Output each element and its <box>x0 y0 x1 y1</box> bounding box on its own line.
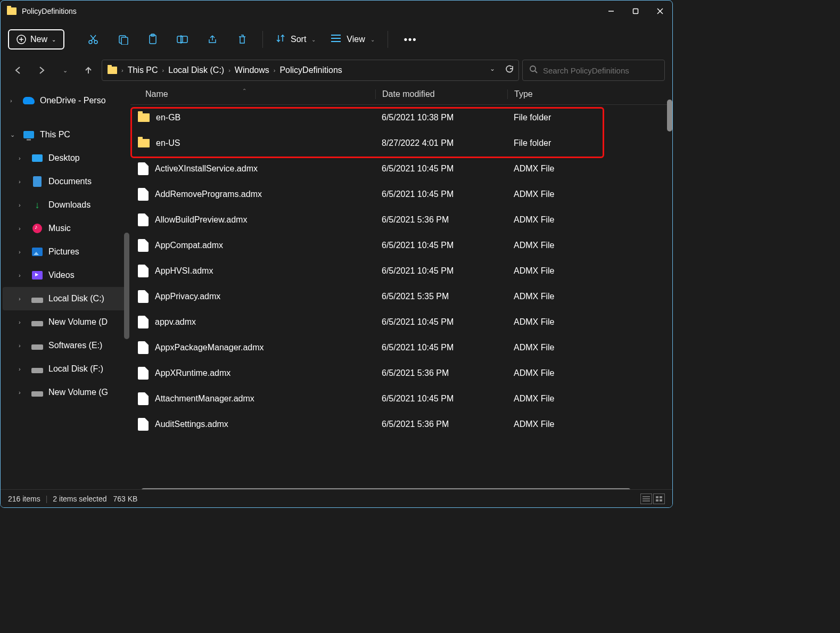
file-type: ADMX File <box>507 343 619 352</box>
plus-circle-icon <box>17 35 26 44</box>
sidebar-item-drive-d[interactable]: ›New Volume (D <box>3 310 128 334</box>
file-pane: Name⌃ Date modified Type en-GB6/5/2021 1… <box>130 84 672 494</box>
table-row[interactable]: AddRemovePrograms.admx6/5/2021 10:45 PMA… <box>130 182 672 207</box>
sidebar-item-onedrive[interactable]: ›OneDrive - Perso <box>3 89 128 112</box>
table-row[interactable]: ActiveXInstallService.admx6/5/2021 10:45… <box>130 156 672 182</box>
sidebar-item-drive-e[interactable]: ›Softwares (E:) <box>3 334 128 357</box>
crumb-thispc[interactable]: This PC <box>128 65 158 75</box>
chevron-right-icon: › <box>274 67 276 73</box>
sidebar-item-drive-g[interactable]: ›New Volume (G <box>3 381 128 404</box>
column-name[interactable]: Name⌃ <box>130 89 375 99</box>
sidebar-label: Videos <box>48 270 75 280</box>
back-button[interactable] <box>8 60 28 80</box>
file-icon <box>138 341 149 354</box>
up-button[interactable] <box>78 60 98 80</box>
sort-button[interactable]: Sort ⌄ <box>269 34 322 45</box>
file-date: 6/5/2021 10:45 PM <box>375 190 507 199</box>
delete-button[interactable] <box>228 29 256 50</box>
file-name: AllowBuildPreview.admx <box>155 215 247 225</box>
sidebar-label: Local Disk (C:) <box>48 294 104 303</box>
file-name: en-US <box>156 138 180 148</box>
file-date: 6/5/2021 5:35 PM <box>375 292 507 301</box>
chevron-right-icon: › <box>121 67 123 73</box>
sidebar-item-drive-c[interactable]: ›Local Disk (C:) <box>3 287 128 310</box>
sidebar-item-thispc[interactable]: ⌄This PC <box>3 123 128 146</box>
sidebar-item-music[interactable]: ›Music <box>3 217 128 240</box>
search-input[interactable] <box>543 66 658 75</box>
view-button[interactable]: View ⌄ <box>324 34 381 45</box>
table-row[interactable]: en-US8/27/2022 4:01 PMFile folder <box>130 130 672 156</box>
sidebar-label: New Volume (G <box>48 388 108 397</box>
forward-button[interactable] <box>31 60 52 80</box>
details-view-button[interactable] <box>640 494 652 504</box>
history-dropdown-icon[interactable]: ⌄ <box>490 65 495 76</box>
recent-button[interactable]: ⌄ <box>55 60 75 80</box>
sidebar-item-desktop[interactable]: ›Desktop <box>3 146 128 170</box>
svg-line-10 <box>91 35 96 41</box>
file-name: AppCompat.admx <box>155 241 223 250</box>
sidebar-item-videos[interactable]: ›Videos <box>3 264 128 287</box>
file-date: 8/27/2022 4:01 PM <box>375 138 507 148</box>
address-bar[interactable]: › This PC › Local Disk (C:) › Windows › … <box>102 60 519 81</box>
file-name: AppxPackageManager.admx <box>155 343 264 352</box>
sidebar-scrollbar[interactable] <box>124 233 129 339</box>
file-type: ADMX File <box>507 368 619 378</box>
share-button[interactable] <box>199 29 226 50</box>
refresh-button[interactable] <box>505 65 513 76</box>
file-date: 6/5/2021 10:45 PM <box>375 394 507 404</box>
table-row[interactable]: AppPrivacy.admx6/5/2021 5:35 PMADMX File <box>130 284 672 309</box>
file-icon <box>138 213 149 226</box>
table-row[interactable]: AttachmentManager.admx6/5/2021 10:45 PMA… <box>130 386 672 412</box>
svg-rect-26 <box>656 496 658 498</box>
file-name: en-GB <box>156 113 180 122</box>
svg-rect-16 <box>181 36 187 43</box>
rename-button[interactable] <box>169 29 196 50</box>
file-type: ADMX File <box>507 215 619 225</box>
table-row[interactable]: appv.admx6/5/2021 10:45 PMADMX File <box>130 309 672 335</box>
column-date[interactable]: Date modified <box>375 89 507 99</box>
new-button[interactable]: New ⌄ <box>8 29 64 50</box>
sidebar-item-documents[interactable]: ›Documents <box>3 170 128 193</box>
vertical-scrollbar[interactable] <box>667 100 672 131</box>
minimize-button[interactable] <box>599 1 623 22</box>
view-label: View <box>347 35 365 44</box>
separator <box>262 31 263 48</box>
sidebar-label: OneDrive - Perso <box>40 96 106 105</box>
table-row[interactable]: AllowBuildPreview.admx6/5/2021 5:36 PMAD… <box>130 207 672 233</box>
table-row[interactable]: AppHVSI.admx6/5/2021 10:45 PMADMX File <box>130 258 672 284</box>
svg-line-22 <box>535 71 537 73</box>
maximize-button[interactable] <box>623 1 648 22</box>
cut-button[interactable] <box>79 29 107 50</box>
table-row[interactable]: AppXRuntime.admx6/5/2021 5:36 PMADMX Fil… <box>130 360 672 386</box>
desktop-icon <box>32 154 43 162</box>
copy-button[interactable] <box>109 29 137 50</box>
videos-icon <box>32 271 43 279</box>
crumb-windows[interactable]: Windows <box>235 65 269 75</box>
window-title: PolicyDefinitions <box>22 7 599 15</box>
close-button[interactable] <box>648 1 672 22</box>
crumb-drive[interactable]: Local Disk (C:) <box>168 65 224 75</box>
more-button[interactable]: ••• <box>394 34 427 45</box>
search-box[interactable] <box>522 60 665 81</box>
file-type: ADMX File <box>507 164 619 174</box>
column-type[interactable]: Type <box>507 89 619 99</box>
table-row[interactable]: AuditSettings.admx6/5/2021 5:36 PMADMX F… <box>130 412 672 437</box>
crumb-current[interactable]: PolicyDefinitions <box>279 65 342 75</box>
sidebar-item-downloads[interactable]: ›↓Downloads <box>3 193 128 217</box>
sidebar-item-drive-f[interactable]: ›Local Disk (F:) <box>3 357 128 381</box>
file-icon <box>138 239 149 252</box>
table-row[interactable]: en-GB6/5/2021 10:38 PMFile folder <box>130 105 672 130</box>
paste-button[interactable] <box>139 29 167 50</box>
status-size: 763 KB <box>113 495 138 503</box>
svg-rect-29 <box>660 499 662 502</box>
sidebar-item-pictures[interactable]: ›Pictures <box>3 240 128 264</box>
pictures-icon <box>32 248 43 256</box>
file-date: 6/5/2021 10:45 PM <box>375 343 507 352</box>
file-list: en-GB6/5/2021 10:38 PMFile folderen-US8/… <box>130 105 672 494</box>
thumbnails-view-button[interactable] <box>653 494 665 504</box>
status-selected-count: 2 items selected <box>53 495 106 503</box>
sidebar-label: Local Disk (F:) <box>48 364 103 374</box>
table-row[interactable]: AppCompat.admx6/5/2021 10:45 PMADMX File <box>130 233 672 258</box>
svg-rect-15 <box>177 36 183 43</box>
table-row[interactable]: AppxPackageManager.admx6/5/2021 10:45 PM… <box>130 335 672 360</box>
